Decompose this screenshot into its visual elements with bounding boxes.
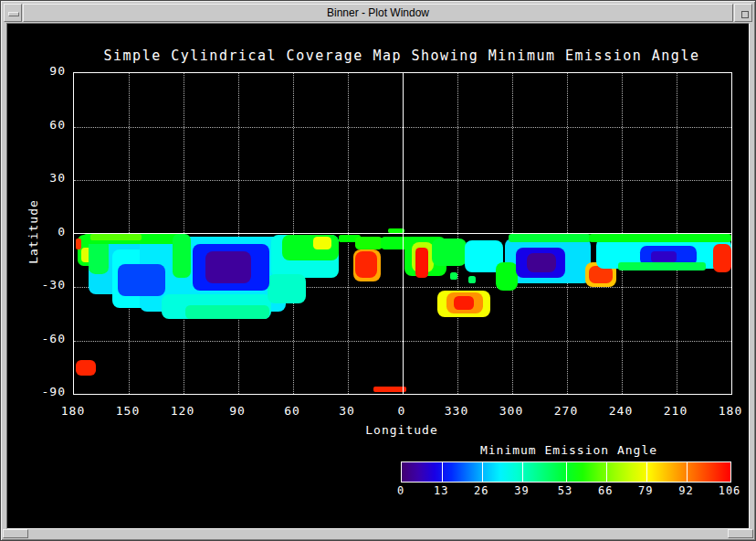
x-tick-label: 120: [155, 404, 210, 418]
data-patch: [527, 253, 556, 272]
data-patch: [89, 239, 109, 274]
data-patch: [355, 237, 383, 249]
colorbar-tick-label: 106: [711, 484, 748, 497]
maximize-icon: [741, 11, 749, 18]
y-tick-label: -30: [16, 278, 66, 292]
data-patch: [415, 248, 428, 278]
data-patch: [76, 360, 96, 377]
window-menu-button[interactable]: [4, 4, 22, 22]
colorbar-tick-label: 79: [627, 484, 664, 497]
window-title: Binner - Plot Window: [327, 6, 429, 19]
x-tick-label: 240: [593, 404, 648, 418]
data-patch: [355, 251, 377, 278]
maximize-button[interactable]: [734, 4, 752, 22]
colorbar-tick-label: 92: [667, 484, 704, 497]
data-patch: [496, 262, 518, 291]
title-bar[interactable]: Binner - Plot Window: [23, 4, 733, 22]
x-axis-label: Longitude: [265, 423, 539, 437]
colorbar-tick-label: 66: [587, 484, 624, 497]
y-tick-label: -60: [16, 332, 66, 345]
data-patch: [205, 251, 251, 283]
x-tick-label: 210: [648, 404, 703, 418]
data-patch: [618, 262, 706, 271]
x-tick-label: 30: [320, 404, 374, 418]
y-tick-label: 0: [16, 225, 66, 239]
x-tick-label: 330: [429, 404, 484, 418]
colorbar-tick-label: 0: [383, 484, 419, 497]
colorbar-tick-label: 53: [547, 484, 583, 497]
colorbar-tick: [687, 462, 688, 482]
y-tick-label: 60: [16, 118, 66, 132]
y-tick-label: -90: [16, 385, 66, 398]
plot-client: Simple Cylindrical Coverage Map Showing …: [6, 23, 750, 529]
data-patch: [454, 296, 474, 311]
data-patch: [509, 234, 591, 243]
x-tick-label: 90: [210, 404, 265, 418]
x-tick-label: 300: [484, 404, 539, 418]
x-tick-label: 0: [374, 404, 429, 418]
y-tick-label: 90: [16, 64, 66, 78]
data-patch: [651, 251, 677, 262]
x-tick-label: 270: [539, 404, 593, 418]
window-menu-icon: [8, 12, 19, 16]
chart-title: Simple Cylindrical Coverage Map Showing …: [73, 48, 730, 64]
colorbar-title: Minimum Emission Angle: [432, 443, 706, 457]
data-patch: [432, 239, 467, 265]
resize-handle-left[interactable]: [3, 529, 28, 538]
data-patch: [450, 272, 457, 280]
colorbar-tick: [522, 462, 523, 482]
data-patch: [268, 274, 306, 302]
data-patch: [313, 237, 331, 249]
x-tick-label: 180: [703, 404, 756, 418]
data-patch: [76, 239, 81, 249]
data-patch: [173, 234, 191, 279]
resize-handle-right[interactable]: [728, 529, 753, 538]
colorbar: [401, 461, 731, 483]
colorbar-tick: [566, 462, 567, 482]
x-tick-label: 60: [265, 404, 320, 418]
colorbar-tick: [646, 462, 647, 482]
plot-window: Binner - Plot Window Simple Cylindrical …: [0, 0, 756, 541]
colorbar-tick: [606, 462, 607, 482]
colorbar-tick-label: 26: [463, 484, 499, 497]
data-patch: [90, 234, 142, 241]
colorbar-tick-label: 39: [503, 484, 540, 497]
plot-area: [73, 72, 732, 395]
data-patch: [118, 264, 165, 296]
colorbar-tick: [482, 462, 483, 482]
data-patch: [589, 234, 731, 243]
data-patch: [373, 387, 406, 392]
colorbar-tick-label: 13: [423, 484, 459, 497]
x-tick-label: 180: [46, 404, 100, 418]
data-patch: [713, 244, 731, 272]
y-tick-label: 30: [16, 171, 66, 185]
data-patch: [468, 276, 476, 283]
equator-line: [74, 233, 731, 234]
colorbar-tick: [442, 462, 443, 482]
data-patch: [185, 305, 269, 320]
x-tick-label: 150: [100, 404, 155, 418]
